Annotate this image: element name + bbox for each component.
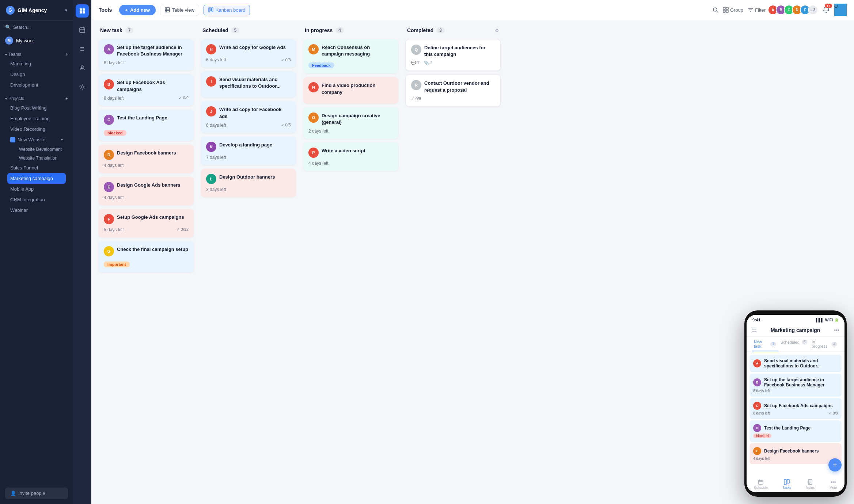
phone-card-4[interactable]: D Test the Landing Page blocked — [749, 420, 842, 442]
phone-fab-button[interactable]: + — [828, 458, 842, 471]
card-meta: 8 days left ✓ 0/9 — [104, 96, 189, 101]
sidebar-item-blog-post-writing[interactable]: Blog Post Writing — [5, 103, 68, 113]
list-icon-btn[interactable] — [76, 42, 89, 56]
card-design-outdoor-banners[interactable]: L Design Outdoor banners 3 days left — [201, 169, 296, 197]
logo-icon: G — [6, 6, 15, 15]
sidebar-item-webinar[interactable]: Webinar — [5, 205, 68, 215]
card-title: Write ad copy for Google Ads — [219, 44, 286, 51]
add-team-icon[interactable]: + — [65, 52, 68, 57]
card-avatar: L — [206, 174, 216, 184]
kanban-board-button[interactable]: Kanban board — [204, 5, 250, 15]
card-title: Find a video production company — [322, 82, 393, 95]
filter-icon — [748, 7, 754, 13]
people-icon-btn[interactable] — [76, 61, 89, 75]
phone-card-2[interactable]: B Set up the target audience in Facebook… — [749, 374, 842, 397]
card-design-google-ads-banners[interactable]: E Design Google Ads banners 4 days left — [99, 177, 194, 205]
card-design-campaign-creative[interactable]: O Design campaign creative (general) 2 d… — [303, 107, 398, 139]
hamburger-icon[interactable]: ☰ — [752, 327, 757, 333]
sidebar-item-sales-funnel[interactable]: Sales Funnel — [5, 163, 68, 173]
card-write-video-script[interactable]: P Write a video script 4 days left — [303, 142, 398, 171]
card-days: 6 days left — [206, 123, 226, 128]
card-meta: 6 days left ✓ 0/5 — [206, 123, 291, 128]
card-set-up-facebook-ads[interactable]: B Set up Facebook Ads campaigns 8 days l… — [99, 74, 194, 106]
table-view-button[interactable]: Table view — [160, 5, 199, 15]
phone-card-1[interactable]: A Send visual materials and specificatio… — [749, 355, 842, 372]
user-profile-avatar[interactable]: U — [834, 4, 847, 16]
sidebar-logo[interactable]: G GIM Agency ▾ — [0, 0, 73, 21]
sidebar-search[interactable]: 🔍 Search... — [0, 21, 73, 34]
card-avatar: I — [206, 76, 216, 87]
card-avatar: O — [308, 112, 319, 123]
card-badge-blocked: blocked — [104, 128, 189, 136]
add-new-button[interactable]: + Add new — [119, 5, 156, 15]
sidebar-item-mobile-app[interactable]: Mobile App — [5, 184, 68, 194]
svg-point-11 — [81, 66, 83, 68]
card-check: ✓ 0/5 — [281, 123, 291, 127]
add-project-icon[interactable]: + — [65, 96, 68, 101]
search-button[interactable] — [713, 7, 718, 13]
phone-card-3[interactable]: C Set up Facebook Ads campaigns 8 days l… — [749, 398, 842, 419]
phone-tab-in-progress[interactable]: In progress 4 — [809, 337, 839, 351]
sidebar-item-design[interactable]: Design — [5, 69, 68, 80]
group-label: Group — [730, 7, 743, 13]
settings-icon[interactable]: ⚙ — [495, 28, 499, 33]
card-contact-outdoor-vendor[interactable]: R Contact Ourdoor vendor and request a p… — [406, 75, 501, 106]
card-reach-consensus[interactable]: M Reach Consensus on campaign messaging … — [303, 39, 398, 73]
sidebar-item-new-website[interactable]: New Website ▾ — [5, 134, 68, 145]
phone-nav-more[interactable]: More — [830, 479, 837, 489]
notification-button[interactable]: 17 — [823, 6, 830, 14]
card-write-ad-copy-facebook[interactable]: J Write ad copy for Facebook ads 6 days … — [201, 101, 296, 133]
card-title: Setup Google Ads campaigns — [117, 214, 184, 221]
more-icon[interactable]: ••• — [834, 327, 839, 333]
card-test-landing-page[interactable]: C Test the Landing Page blocked — [99, 110, 194, 141]
phone-screen: 9:41 ▌▌▌ WiFi 🔋 ☰ Marketing campaign •••… — [747, 315, 844, 492]
sidebar-item-website-translation[interactable]: Website Translation — [15, 154, 68, 163]
svg-rect-31 — [787, 480, 789, 483]
invite-people-button[interactable]: 👤 Invite people — [5, 488, 68, 499]
card-avatar: B — [104, 79, 114, 89]
sidebar-item-marketing[interactable]: Marketing — [5, 58, 68, 69]
group-button[interactable]: Group — [723, 7, 743, 13]
calendar-icon-btn[interactable] — [76, 23, 89, 37]
card-header: L Design Outdoor banners — [206, 174, 291, 184]
sidebar-item-crm-integration[interactable]: CRM Integration — [5, 194, 68, 205]
card-avatar: R — [411, 80, 421, 90]
svg-rect-0 — [80, 8, 82, 11]
card-develop-landing-page[interactable]: K Develop a landing page 7 days left — [201, 137, 296, 165]
card-define-target-audiences[interactable]: Q Define target audiences for this campa… — [406, 39, 501, 71]
card-setup-google-ads-campaigns[interactable]: F Setup Google Ads campaigns 5 days left… — [99, 209, 194, 237]
phone-nav-schedule[interactable]: Schedule — [754, 479, 768, 489]
svg-point-20 — [713, 8, 717, 11]
phone-card-avatar: E — [753, 447, 761, 455]
sidebar-item-development[interactable]: Development — [5, 80, 68, 90]
card-meta: ✓ 0/8 — [411, 96, 495, 101]
col-title-completed: Completed — [407, 27, 433, 33]
card-meta: 8 days left — [104, 60, 189, 65]
filter-button[interactable]: Filter — [748, 7, 766, 13]
sidebar-item-video-recording[interactable]: Video Recording — [5, 124, 68, 134]
card-check-final-campaign[interactable]: G Check the final campaign setup Importa… — [99, 241, 194, 272]
projects-header: ▾ Projects + — [5, 96, 68, 101]
phone-signal-icons: ▌▌▌ WiFi 🔋 — [816, 318, 839, 322]
phone-mockup: 9:41 ▌▌▌ WiFi 🔋 ☰ Marketing campaign •••… — [744, 310, 847, 497]
svg-rect-26 — [759, 480, 763, 484]
card-write-ad-copy-google[interactable]: H Write ad copy for Google Ads 6 days le… — [201, 39, 296, 68]
card-design-facebook-banners[interactable]: D Design Facebook banners 4 days left — [99, 145, 194, 173]
sidebar-item-website-development[interactable]: Website Development — [15, 145, 68, 154]
svg-rect-13 — [165, 8, 170, 12]
phone-tab-scheduled[interactable]: Scheduled 5 — [778, 337, 810, 351]
notes-icon — [807, 479, 813, 485]
sidebar-item-marketing-campaign[interactable]: Marketing campaign — [7, 173, 66, 184]
tasks-icon-btn[interactable] — [76, 4, 89, 18]
card-send-visual-materials[interactable]: I Send visual materials and specificatio… — [201, 71, 296, 98]
card-find-video-production[interactable]: N Find a video production company — [303, 77, 398, 103]
settings-icon-btn[interactable] — [76, 80, 89, 93]
my-work-item[interactable]: M My work — [0, 34, 73, 47]
kanban-icon — [208, 7, 213, 12]
sidebar-item-employee-training[interactable]: Employee Training — [5, 113, 68, 124]
plus-icon: + — [125, 7, 128, 13]
phone-tab-new-task[interactable]: New task 7 — [752, 337, 778, 351]
phone-nav-notes[interactable]: Notes — [806, 479, 815, 489]
card-set-up-target-audience[interactable]: A Set up the target audience in Facebook… — [99, 39, 194, 70]
phone-nav-tasks[interactable]: Tasks — [783, 479, 791, 489]
